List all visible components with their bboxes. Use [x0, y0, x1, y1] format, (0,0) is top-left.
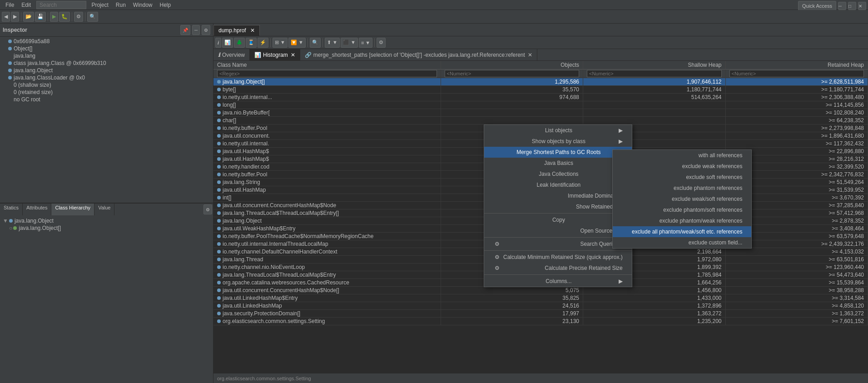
filter-objects-input[interactable]	[445, 70, 580, 77]
menu-window[interactable]: Window	[129, 1, 156, 9]
subtab-overview[interactable]: ℹ Overview	[213, 49, 250, 60]
heap-toolbar-extra[interactable]: ⚙	[377, 38, 386, 48]
filter-retained[interactable]	[725, 70, 868, 78]
subtab-histogram-close[interactable]: ✕	[291, 52, 295, 58]
submenu-item-8[interactable]: exclude custom field...	[613, 237, 751, 248]
tree-item-retained[interactable]: 0 (retained size)	[1, 89, 212, 96]
ctx-item-10[interactable]: Open Source File	[484, 225, 632, 236]
tree-item-objectarray[interactable]: Object[]	[1, 45, 212, 52]
menu-project[interactable]: Project	[88, 1, 112, 9]
filter-class[interactable]	[213, 70, 441, 78]
maximize-button[interactable]: □	[848, 2, 856, 10]
filter-shallow-input[interactable]	[587, 70, 722, 77]
ctx-item-0[interactable]: List objects▶	[484, 125, 632, 136]
menu-help[interactable]: Help	[156, 1, 175, 9]
hierarchy-item-objectarray[interactable]: ○ java.lang.Object[]	[2, 224, 211, 232]
toolbar-back[interactable]: ◀	[2, 12, 10, 22]
tab-attributes[interactable]: Attributes	[23, 204, 51, 215]
heap-toolbar-oql[interactable]: ⚡	[258, 38, 268, 48]
ctx-item-14[interactable]: ⚙Calculate Minimum Retained Size (quick …	[484, 252, 632, 263]
ctx-item-1[interactable]: Show objects by class▶	[484, 136, 632, 147]
heap-toolbar-export[interactable]: ⬆ ▼	[325, 38, 340, 48]
menu-edit[interactable]: Edit	[18, 1, 35, 9]
toolbar-open[interactable]: 📂	[23, 12, 34, 22]
heap-toolbar-calc[interactable]: ≡ ▼	[359, 38, 372, 48]
col-shallow[interactable]: Shallow Heap	[583, 61, 726, 70]
tree-item-shallow[interactable]: 0 (shallow size)	[1, 81, 212, 89]
heap-toolbar-search[interactable]: 🔍	[310, 38, 321, 48]
tree-item-class[interactable]: class java.lang.Class @ 0x66999b310	[1, 60, 212, 67]
submenu-item-3[interactable]: exclude phantom references	[613, 183, 751, 194]
inspector-settings[interactable]: ⚙	[202, 25, 210, 35]
ctx-item-6[interactable]: Immediate Dominators	[484, 190, 632, 201]
col-class-name[interactable]: Class Name	[213, 61, 441, 70]
submenu-item-0[interactable]: with all references	[613, 150, 751, 161]
heap-toolbar-i[interactable]: i	[215, 38, 221, 48]
submenu-item-1[interactable]: exclude weak references	[613, 161, 751, 172]
search-input[interactable]	[36, 1, 86, 9]
toolbar-forward[interactable]: ▶	[11, 12, 19, 22]
tree-item-javalang[interactable]: java.lang	[1, 52, 212, 60]
heap-toolbar-filter[interactable]: 🔽 ▼	[288, 38, 306, 48]
subtab-merge[interactable]: 🔗 merge_shortest_paths [selection of 'Ob…	[300, 49, 537, 60]
submenu-item-4[interactable]: exclude weak/soft references	[613, 194, 751, 204]
ctx-item-7[interactable]: Show Retained Set	[484, 201, 632, 212]
ctx-item-12[interactable]: ⚙Search Queries...	[484, 239, 632, 249]
ctx-item-17[interactable]: Columns...▶	[484, 276, 632, 287]
table-row[interactable]: java.nio.ByteBuffer[>= 102,808,240	[213, 109, 868, 117]
filter-retained-input[interactable]	[729, 70, 864, 77]
heap-toolbar-thread[interactable]: 🧵	[246, 38, 257, 48]
table-row[interactable]: java.lang.Object[]1,295,5861,907,646,112…	[213, 78, 868, 86]
tab-value[interactable]: Value	[94, 204, 114, 215]
table-row[interactable]: java.security.ProtectionDomain[]17,9971,…	[213, 310, 868, 318]
heap-toolbar-group[interactable]: ⊞ ▼	[273, 38, 288, 48]
subtab-histogram[interactable]: 📊 Histogram ✕	[250, 49, 300, 60]
heap-toolbar-compare[interactable]: ⬛ ▼	[341, 38, 358, 48]
table-row[interactable]: java.util.concurrent.ConcurrentHashMap$N…	[213, 287, 868, 294]
close-button[interactable]: ✕	[858, 2, 866, 10]
ctx-item-4[interactable]: Java Collections▶	[484, 169, 632, 179]
submenu-item-5[interactable]: exclude phantom/soft references	[613, 204, 751, 215]
quick-access-button[interactable]: Quick Access	[798, 1, 836, 11]
heap-toolbar-dominator[interactable]: 🌲	[234, 38, 245, 48]
toolbar-settings[interactable]: ⚙	[74, 12, 83, 22]
tab-dump-hprof[interactable]: dump.hprof ✕	[213, 25, 260, 36]
submenu-item-2[interactable]: exclude soft references	[613, 172, 751, 183]
filter-shallow[interactable]	[583, 70, 726, 78]
inspector-minimize[interactable]: ─	[192, 25, 200, 35]
col-retained[interactable]: Retained Heap	[725, 61, 868, 70]
filter-class-input[interactable]	[217, 70, 437, 77]
ctx-item-5[interactable]: Leak Identification▶	[484, 179, 632, 190]
submenu-item-6[interactable]: exclude phantom/weak references	[613, 215, 751, 226]
tab-close-icon[interactable]: ✕	[250, 27, 255, 34]
inspector-pin-button[interactable]: 📌	[180, 25, 190, 35]
inspector-tab-settings[interactable]: ⚙	[203, 204, 212, 214]
table-row[interactable]: char[]>= 64,238,352	[213, 117, 868, 124]
subtab-merge-close[interactable]: ✕	[528, 52, 532, 58]
col-objects[interactable]: Objects	[441, 61, 583, 70]
table-row[interactable]: org.elasticsearch.common.settings.Settin…	[213, 318, 868, 325]
minimize-button[interactable]: ─	[838, 2, 846, 10]
filter-objects[interactable]	[441, 70, 583, 78]
toolbar-save[interactable]: 💾	[35, 12, 46, 22]
tab-statics[interactable]: Statics	[0, 204, 23, 215]
table-row[interactable]: byte[]35,5701,180,771,744>= 1,180,771,74…	[213, 86, 868, 94]
table-row[interactable]: io.netty.util.internal...974,688514,635,…	[213, 94, 868, 101]
toolbar-search[interactable]: 🔍	[87, 12, 98, 22]
table-row[interactable]: java.util.LinkedHashMap$Entry35,8251,433…	[213, 294, 868, 302]
tab-class-hierarchy[interactable]: Class Hierarchy	[51, 204, 94, 215]
heap-toolbar-histogram[interactable]: 📊	[222, 38, 233, 48]
ctx-item-15[interactable]: ⚙Calculate Precise Retained Size	[484, 263, 632, 274]
table-row[interactable]: long[]>= 114,145,856	[213, 101, 868, 109]
ctx-item-2[interactable]: Merge Shortest Paths to GC Roots▶	[484, 147, 632, 158]
tree-item-gcroot[interactable]: no GC root	[1, 96, 212, 103]
ctx-item-3[interactable]: Java Basics▶	[484, 158, 632, 169]
toolbar-run[interactable]: ▶	[50, 12, 58, 22]
menu-run[interactable]: Run	[112, 1, 129, 9]
tree-item-object[interactable]: java.lang.Object	[1, 67, 212, 74]
tree-item-classloader[interactable]: java.lang.ClassLoader @ 0x0	[1, 74, 212, 81]
ctx-item-9[interactable]: Copy▶	[484, 214, 632, 225]
hierarchy-item-object[interactable]: ▼ java.lang.Object	[2, 217, 211, 224]
submenu-item-7[interactable]: exclude all phantom/weak/soft etc. refer…	[613, 226, 751, 237]
tree-item-address[interactable]: 0x66699a5a88	[1, 38, 212, 45]
